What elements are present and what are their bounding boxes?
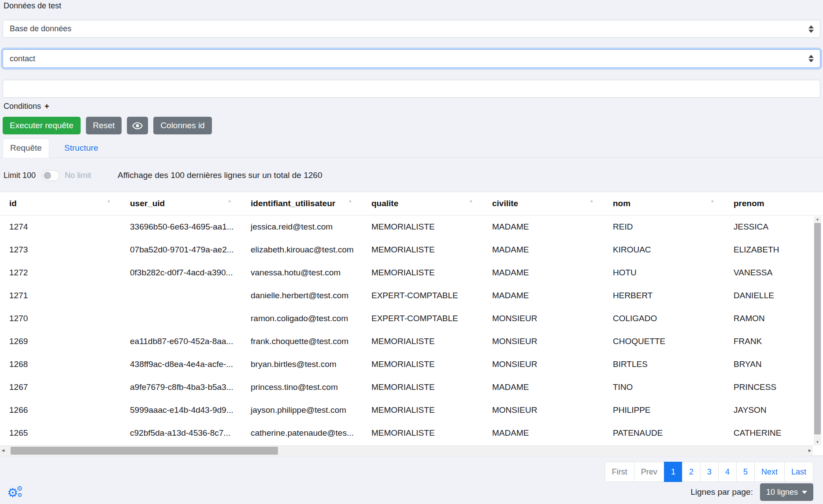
sort-caret-icon[interactable]: ▲ [469,198,473,203]
sort-caret-icon[interactable]: ▲ [348,198,352,203]
vertical-scrollbar[interactable]: ▲ ▼ [814,216,821,445]
settings-gears-icon[interactable]: ⚙ ⚙ ⚙ [7,485,25,500]
table-cell: catherine.patenaude@tes... [242,422,363,445]
toggle-knob [44,172,51,179]
table-cell: MEMORIALISTE [363,376,484,399]
table-row: 1271danielle.herbert@test.comEXPERT-COMP… [0,284,823,307]
reset-button[interactable]: Reset [86,117,122,134]
add-condition-icon[interactable]: + [44,102,49,111]
table-cell: CHOQUETTE [604,330,725,353]
table-cell: PRINCESS [725,376,823,399]
sort-caret-icon[interactable]: ▲ [710,198,715,203]
table-cell: c92bf5da-a13d-4536-8c7... [122,422,242,445]
limit-label: Limit 100 [4,171,36,180]
tab-requete[interactable]: Requête [3,138,49,158]
conditions-label: Conditions [4,102,41,111]
table-cell: BRYAN [725,353,823,376]
column-header-label: identifiant_utilisateur [251,199,335,208]
table-cell: jayson.philippe@test.com [242,399,363,422]
table-cell: DANIELLE [725,284,823,307]
table-cell: MONSIEUR [484,353,604,376]
table-cell [122,284,242,307]
table-cell: PATENAUDE [604,422,725,445]
table-row: 127433696b50-6e63-4695-aa1...jessica.rei… [0,215,823,238]
page-item-2[interactable]: 2 [682,462,701,482]
preview-button[interactable] [127,117,148,134]
no-limit-toggle[interactable] [42,170,59,181]
page-item-4[interactable]: 4 [718,462,737,482]
table-cell: MADAME [484,376,604,399]
table-cell: 1267 [1,376,122,399]
eye-icon [132,122,143,130]
table-cell: 1274 [1,215,122,238]
table-cell: REID [604,215,725,238]
table-cell: HOTU [604,261,725,284]
column-header-label: user_uid [130,199,165,208]
table-cell: 438ff9ac-d8ea-4e4a-acfe-... [122,353,242,376]
table-row: 12720f3b282c-d0f7-4acd-a390...vanessa.ho… [0,261,823,284]
scroll-up-icon[interactable]: ▲ [814,216,821,222]
filter-input[interactable] [3,80,820,98]
table-body: 127433696b50-6e63-4695-aa1...jessica.rei… [0,215,823,445]
execute-query-button[interactable]: Executer requête [3,117,81,134]
table-cell: ea11db87-e670-452a-8aa... [122,330,242,353]
table-cell: MADAME [484,422,604,445]
column-header-id[interactable]: id▲ [1,192,122,215]
column-header-civilite[interactable]: civilite▲ [484,192,604,215]
table-cell: RAMON [725,307,823,330]
database-select[interactable]: Base de données [3,20,820,38]
table-cell: MEMORIALISTE [363,399,484,422]
table-cell: 5999aaac-e14b-4d43-9d9... [122,399,242,422]
rows-per-page-value: 10 lignes [766,488,798,497]
page-item-5[interactable]: 5 [736,462,755,482]
page-item-prev[interactable]: Prev [634,462,664,482]
horizontal-scrollbar-thumb[interactable] [11,447,278,455]
table-cell: BIRTLES [604,353,725,376]
table-cell: frank.choquette@test.com [242,330,363,353]
table-select-value: contact [10,54,35,63]
column-header-qualite[interactable]: qualite▲ [363,192,484,215]
page-item-first[interactable]: First [605,462,634,482]
column-header-nom[interactable]: nom▲ [604,192,725,215]
table-cell: MEMORIALISTE [363,422,484,445]
page-item-3[interactable]: 3 [700,462,719,482]
horizontal-scrollbar[interactable]: ◀ ▶ [0,445,813,455]
column-header-identifiant_utilisateur[interactable]: identifiant_utilisateur▲ [242,192,363,215]
column-header-user_uid[interactable]: user_uid▲ [122,192,242,215]
column-header-label: id [9,199,17,208]
scroll-left-icon[interactable]: ◀ [0,446,6,456]
table-cell: MEMORIALISTE [363,238,484,261]
table-cell: 1271 [1,284,122,307]
rows-per-page: Lignes par page: 10 lignes [690,483,813,501]
sort-caret-icon[interactable]: ▲ [227,198,232,203]
table-cell [122,307,242,330]
rows-per-page-dropdown[interactable]: 10 lignes [760,483,813,501]
vertical-scrollbar-thumb[interactable] [814,223,821,434]
result-status-text: Affichage des 100 dernières lignes sur u… [118,170,322,180]
table-cell: 1269 [1,330,122,353]
select-updown-icon [808,55,814,63]
table-cell: MONSIEUR [484,399,604,422]
table-cell: MADAME [484,215,604,238]
page-item-last[interactable]: Last [784,462,813,482]
table-cell: TINO [604,376,725,399]
scroll-right-icon[interactable]: ▶ [807,446,813,456]
table-cell: MEMORIALISTE [363,330,484,353]
table-cell: a9fe7679-c8fb-4ba3-b5a3... [122,376,242,399]
column-header-label: civilite [492,199,518,208]
table-select[interactable]: contact [3,49,820,68]
table-row: 1269ea11db87-e670-452a-8aa...frank.choqu… [0,330,823,353]
page-item-next[interactable]: Next [754,462,785,482]
tab-structure[interactable]: Structure [57,138,105,158]
sort-caret-icon[interactable]: ▲ [107,198,111,203]
rows-per-page-label: Lignes par page: [690,487,753,497]
columns-id-button[interactable]: Colonnes id [153,117,211,134]
column-header-prenom[interactable]: prenom [725,192,823,215]
page-item-1[interactable]: 1 [664,462,682,482]
table-cell: MADAME [484,261,604,284]
sort-caret-icon[interactable]: ▲ [589,198,594,203]
table-cell: elizabeth.kirouac@test.com [242,238,363,261]
table-row: 1268438ff9ac-d8ea-4e4a-acfe-...bryan.bir… [0,353,823,376]
scroll-down-icon[interactable]: ▼ [814,439,821,445]
select-updown-icon [808,25,814,33]
